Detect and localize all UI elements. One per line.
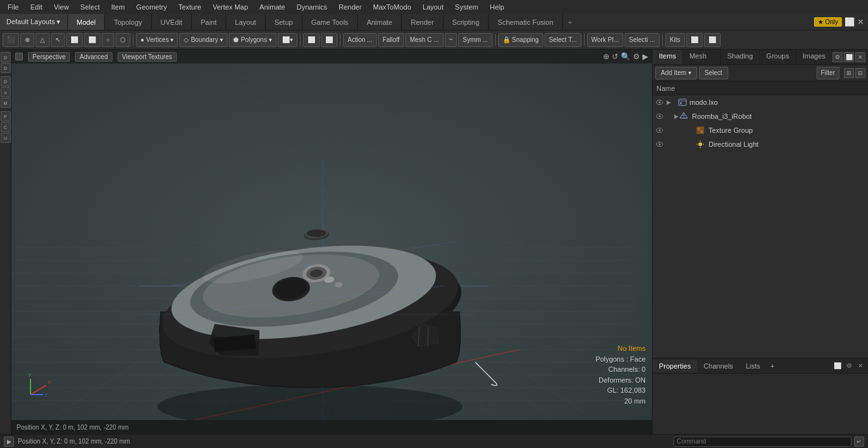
toolbar-polygons-btn[interactable]: ⬟ Polygons ▾ (229, 33, 276, 47)
toolbar-kits-btn[interactable]: Kits (665, 33, 685, 47)
toolbar-sq2-icon[interactable]: ⬜ (84, 33, 100, 47)
item-eye-3[interactable] (655, 140, 664, 149)
tab-scripting[interactable]: Scripting (444, 14, 489, 30)
menu-vertex-map[interactable]: Vertex Map (208, 2, 254, 12)
toolbar-origin-icon[interactable]: ⊕ (20, 33, 34, 47)
maximize-button[interactable]: ⬜ (844, 17, 855, 27)
item-modo-lxo[interactable]: ▶ modo.lxo (653, 95, 868, 109)
menu-view[interactable]: View (49, 2, 74, 12)
viewport-perspective-btn[interactable]: Perspective (28, 52, 70, 62)
tab-mesh[interactable]: Mesh ... (683, 50, 721, 64)
viewport-origin-icon[interactable]: ⊕ (603, 52, 609, 61)
viewport[interactable]: Perspective Advanced Viewport Textures ⊕… (11, 50, 652, 434)
item-eye-1[interactable] (655, 112, 664, 121)
tab-topology[interactable]: Topology (105, 14, 151, 30)
sidebar-btn-2[interactable]: D (1, 63, 11, 73)
tab-layout[interactable]: Layout (226, 14, 266, 30)
select-button[interactable]: Select (699, 67, 728, 79)
menu-dynamics[interactable]: Dynamics (292, 2, 332, 12)
item-eye-0[interactable] (655, 98, 664, 107)
star-only-button[interactable]: ★ Only (814, 17, 842, 27)
toolbar-tri-icon[interactable]: △ (36, 33, 50, 47)
toolbar-selection-btn[interactable]: Selecti ... (625, 33, 660, 47)
close-button[interactable]: ✕ (857, 17, 864, 27)
toolbar-sq4-btn[interactable]: ⬜ (321, 33, 337, 47)
tab-paint[interactable]: Paint (192, 14, 226, 30)
tab-shading[interactable]: Shading (721, 50, 759, 64)
toolbar-work-plane-btn[interactable]: Work Pl... (587, 33, 623, 47)
prop-expand-icon[interactable]: ⬜ (832, 361, 843, 371)
toolbar-view2-btn[interactable]: ⬜ (704, 33, 721, 47)
toolbar-select-mode-btn[interactable]: ⬜▾ (278, 33, 297, 47)
menu-system[interactable]: System (450, 2, 484, 12)
menu-layout[interactable]: Layout (417, 2, 449, 12)
item-directional-light[interactable]: Directional Light (653, 137, 868, 151)
toolbar-hex-icon[interactable]: ⬡ (116, 33, 130, 47)
prop-tab-channels[interactable]: Channels (697, 360, 739, 372)
items-panel-close-icon[interactable]: ✕ (855, 52, 865, 62)
menu-geometry[interactable]: Geometry (131, 2, 172, 12)
item-texture-group[interactable]: Texture Group (653, 123, 868, 137)
viewport-zoom-icon[interactable]: 🔍 (621, 52, 630, 61)
tab-model[interactable]: Model (68, 14, 105, 30)
viewport-textures-btn[interactable]: Viewport Textures (118, 52, 177, 62)
menu-help[interactable]: Help (485, 2, 510, 12)
filter-button[interactable]: Filter (817, 67, 839, 79)
viewport-settings-icon[interactable]: ⚙ (633, 52, 640, 61)
tab-images[interactable]: Images (796, 50, 832, 64)
item-expand-0[interactable]: ▶ (667, 99, 673, 105)
toolbar-vertices-btn[interactable]: ● Vertices ▾ (136, 33, 178, 47)
items-collapse-icon[interactable]: ⊟ (855, 68, 865, 78)
toolbar-view1-btn[interactable]: ⬜ (686, 33, 703, 47)
sidebar-btn-3[interactable]: D (1, 76, 11, 86)
tab-game-tools[interactable]: Game Tools (302, 14, 358, 30)
add-item-button[interactable]: Add Item ▾ (655, 67, 697, 79)
toolbar-tilde-btn[interactable]: ~ (445, 33, 458, 47)
menu-animate[interactable]: Animate (254, 2, 290, 12)
toolbar-symmetry-btn[interactable]: Symm ... (458, 33, 492, 47)
items-expand-icon[interactable]: ⊞ (844, 68, 854, 78)
toolbar-sq1-icon[interactable]: ⬜ (66, 33, 83, 47)
items-panel-settings-icon[interactable]: ⚙ (832, 52, 843, 62)
prop-settings-icon[interactable]: ⚙ (844, 361, 854, 371)
command-submit-icon[interactable]: ↵ (854, 437, 864, 447)
toolbar-circle-icon[interactable]: ○ (102, 33, 114, 47)
menu-maxtomodo[interactable]: MaxToModo (368, 2, 416, 12)
toolbar-action-btn[interactable]: Action ... (343, 33, 377, 47)
viewport-canvas[interactable]: No Items Polygons : Face Channels: 0 Def… (11, 64, 652, 420)
item-roomba[interactable]: ▶ Roomba_i3_iRobot (653, 109, 868, 123)
bottom-arrow-icon[interactable]: ▶ (4, 437, 14, 447)
menu-item[interactable]: Item (106, 2, 130, 12)
menu-select[interactable]: Select (75, 2, 105, 12)
toolbar-falloff-btn[interactable]: Falloff (378, 33, 404, 47)
toolbar-boundary-btn[interactable]: ◇ Boundary ▾ (179, 33, 227, 47)
command-input[interactable] (674, 437, 851, 447)
menu-edit[interactable]: Edit (25, 2, 48, 12)
prop-tab-lists[interactable]: Lists (740, 360, 767, 372)
tab-schematic-fusion[interactable]: Schematic Fusion (489, 14, 562, 30)
item-eye-2[interactable] (655, 126, 664, 135)
item-expand-1[interactable]: ▶ (667, 113, 674, 119)
tab-animate[interactable]: Animate (358, 14, 402, 30)
prop-close-icon[interactable]: ✕ (855, 361, 865, 371)
toolbar-arrow-icon[interactable]: ↖ (51, 33, 65, 47)
tab-render[interactable]: Render (402, 14, 443, 30)
toolbar-select-t-btn[interactable]: Select T... (545, 33, 581, 47)
sidebar-btn-5[interactable]: P (1, 111, 11, 121)
sidebar-btn-1[interactable]: D (1, 52, 11, 62)
tab-add-button[interactable]: + (563, 16, 577, 29)
toolbar-snapping-btn[interactable]: 🔒 Snapping (498, 33, 543, 47)
sidebar-btn-mesh[interactable]: M (1, 98, 11, 108)
prop-tab-add-button[interactable]: + (766, 360, 778, 372)
tab-groups[interactable]: Groups (760, 50, 796, 64)
viewport-advanced-btn[interactable]: Advanced (75, 52, 112, 62)
sidebar-btn-7[interactable]: U (1, 133, 11, 143)
tab-uvedit[interactable]: UVEdit (152, 14, 192, 30)
toolbar-sq3-btn[interactable]: ⬜ (303, 33, 320, 47)
toolbar-mesh-btn[interactable]: Mesh C ... (405, 33, 444, 47)
viewport-rotate-icon[interactable]: ↺ (612, 52, 618, 61)
items-panel-maximize-icon[interactable]: ⬜ (844, 52, 854, 62)
tab-items[interactable]: Items (653, 50, 683, 64)
sidebar-btn-4[interactable]: u (1, 87, 11, 97)
menu-file[interactable]: File (3, 2, 24, 12)
